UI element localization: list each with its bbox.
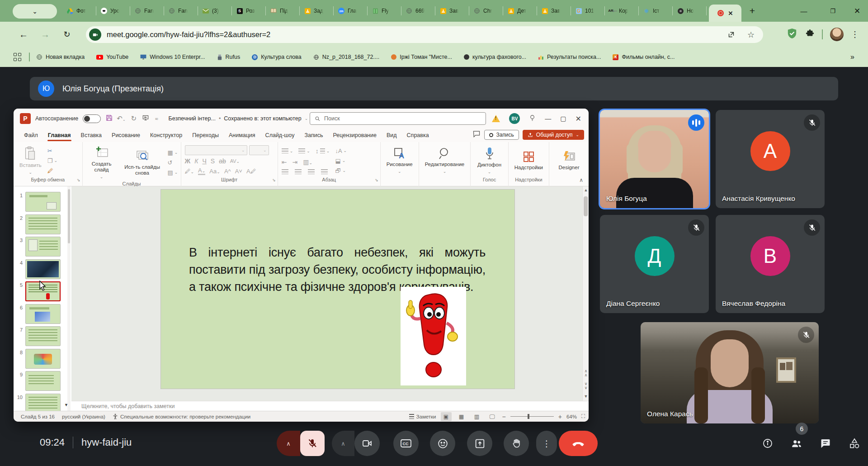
ppt-minimize-button[interactable]: — [545,115,551,122]
slide-thumbnail[interactable] [25,214,61,234]
bookmark-item[interactable]: Результаты поиска... [538,54,601,60]
collapse-ribbon-chevron[interactable]: ∧ [579,177,583,183]
browser-menu-kebab-icon[interactable]: ⋮ [851,29,859,39]
reset-slide-icon[interactable]: ↺ [168,159,178,166]
accessibility-status[interactable]: Специальные возможности: проверьте реком… [113,414,250,419]
grow-font-button[interactable]: А^ [224,168,231,175]
slideshow-view-button[interactable]: 🖵 [487,412,498,421]
lightbulb-icon[interactable] [529,114,536,124]
slide[interactable]: В інтернеті існує багато небезпек, які м… [161,190,514,389]
browser-tab[interactable]: Під [266,0,300,22]
captions-button[interactable]: CC [393,431,419,456]
reactions-button[interactable] [430,431,455,456]
slide-thumbnail[interactable] [25,326,61,346]
present-button[interactable] [467,431,492,456]
participant-tile[interactable]: ДДіана Сергеєнко [600,215,709,313]
window-close-button[interactable]: ✕ [844,0,868,22]
qat-customize-chevron[interactable]: ≂ [155,116,158,121]
zoom-slider-thumb[interactable] [528,414,529,419]
notes-placeholder[interactable]: Щелкните, чтобы добавить заметки [81,403,175,409]
ribbon-tab-Переходы[interactable]: Переходы [188,130,223,141]
share-button[interactable]: Общий доступ ⌄ [523,130,584,140]
slide-thumbnail[interactable] [25,259,61,279]
collapse-notes-triangle[interactable]: ▼ [64,403,68,407]
align-center-button[interactable] [295,169,302,174]
bookmark-star-icon[interactable]: ☆ [744,28,758,42]
draw-button[interactable]: A Рисование⌄ [384,146,415,175]
ribbon-tab-Слайд-шоу[interactable]: Слайд-шоу [261,130,299,141]
slide-thumbnail[interactable] [25,371,61,391]
end-call-button[interactable] [559,431,598,456]
redo-icon[interactable]: ↻ [131,114,137,123]
change-case-button[interactable]: Аа⌄ [209,168,220,175]
align-text-button[interactable]: ⬓⌄ [335,157,347,164]
browser-tab[interactable]: ARjenКор [605,0,639,22]
slide-thumbnail[interactable] [25,237,61,257]
zoom-out-button[interactable]: − [502,413,506,420]
camera-permission-icon[interactable] [89,29,101,41]
tab-search-button[interactable]: ⌄ [13,4,57,19]
numbering-button[interactable]: ⌄ [298,148,310,153]
ribbon-tab-Запись[interactable]: Запись [300,130,327,141]
camera-options-chevron[interactable]: ∧ [332,431,354,456]
ppt-close-button[interactable]: ✕ [576,114,581,123]
browser-tab[interactable]: Зав [537,0,571,22]
scroll-up-icon[interactable]: ▲ [583,188,589,192]
undo-icon[interactable]: ↶⌄ [117,114,125,123]
address-bar[interactable]: meet.google.com/hyw-faid-jiu?lfhs=2&auth… [86,26,763,43]
text-shadow-button[interactable]: S [211,157,215,165]
browser-tab[interactable]: zmГла [334,0,368,22]
close-tab-icon[interactable]: ✕ [728,10,733,17]
next-slide-icon[interactable]: ∨∨ [583,382,589,390]
canvas-scrollbar[interactable]: ▲ ∧∧ ∨∨ ▼ [582,186,589,401]
save-icon[interactable] [105,114,113,124]
bookmark-item[interactable]: культура фахового... [464,54,526,60]
browser-tab[interactable]: Зад [300,0,334,22]
exclamation-image[interactable] [401,287,466,385]
reload-icon[interactable]: ↻ [60,27,74,42]
meeting-details-button[interactable] [760,433,776,454]
ribbon-tab-Рисование[interactable]: Рисование [108,130,144,141]
smartart-button[interactable]: 🗗⌄ [335,167,347,174]
italic-button[interactable]: К [194,157,198,165]
browser-tab[interactable]: 669 [401,0,435,22]
font-size-dropdown[interactable]: ⌄ [249,145,269,155]
browser-tab[interactable]: Зав [435,0,469,22]
cut-icon[interactable]: ✂ [47,147,57,154]
participant-tile[interactable]: ААнастасія Кривущенко [716,110,825,208]
designer-button[interactable]: Designer [556,149,581,171]
open-in-new-icon[interactable] [724,28,738,42]
warning-icon[interactable] [492,115,500,122]
columns-button[interactable]: ▥⌄ [303,158,312,166]
window-restore-button[interactable]: ❐ [820,0,845,22]
copy-icon[interactable]: ❐ ⌄ [47,157,57,164]
normal-view-button[interactable]: ▣ [441,412,452,421]
autosave-toggle[interactable] [83,114,101,123]
forward-icon[interactable]: → [38,27,52,42]
apps-grid-icon[interactable] [14,53,22,61]
language-indicator[interactable]: русский (Украина) [62,414,105,419]
activities-button[interactable] [846,433,863,454]
browser-tab[interactable]: G101 [571,0,605,22]
bookmark-item[interactable]: Новая вкладка [36,54,85,60]
browser-tab[interactable]: (3) [198,0,232,22]
browser-tab[interactable]: Fan [130,0,164,22]
scrollbar-thumb[interactable] [584,196,588,216]
ribbon-tab-Вставка[interactable]: Вставка [77,130,106,141]
ribbon-tab-Анимация[interactable]: Анимация [225,130,259,141]
chevron-down-icon[interactable]: ⌄ [305,116,308,121]
zoom-in-button[interactable]: + [558,413,562,420]
reading-view-button[interactable]: ▥ [472,412,482,421]
slide-thumbnail[interactable] [25,304,61,324]
align-right-button[interactable] [308,169,315,174]
browser-tab[interactable]: Уро [96,0,130,22]
char-spacing-button[interactable]: AV⌄ [230,158,240,164]
participant-tile[interactable]: Юлія Богуца [600,110,709,208]
chat-button[interactable] [817,433,834,454]
ppt-search-box[interactable]: Поиск [310,112,486,125]
notes-bar[interactable]: Щелкните, чтобы добавить заметки [71,401,589,411]
bookmark-item[interactable]: DКультура слова [252,54,302,60]
record-button[interactable]: Запись [484,130,519,140]
browser-tab[interactable]: SРоз [232,0,266,22]
bookmarks-overflow-chevron[interactable]: » [850,53,854,61]
